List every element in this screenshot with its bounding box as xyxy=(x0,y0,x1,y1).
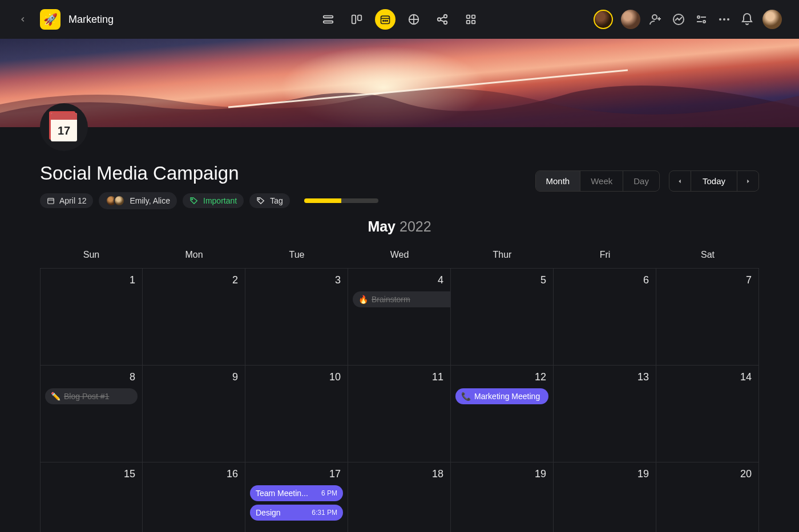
calendar-cell[interactable]: 10 xyxy=(245,366,348,462)
day-number: 17 xyxy=(329,468,341,480)
calendar-cell[interactable]: 9 xyxy=(143,366,245,462)
calendar-event[interactable]: Team Meetin...6 PM xyxy=(250,485,343,501)
day-number: 13 xyxy=(637,371,649,383)
calendar-cell[interactable]: 18 xyxy=(348,462,451,532)
tag-label: Tag xyxy=(270,196,283,205)
day-number: 4 xyxy=(438,274,443,286)
calendar-event[interactable]: Design6:31 PM xyxy=(250,505,343,521)
calendar-cell[interactable]: 1 xyxy=(40,269,143,366)
week-button[interactable]: Week xyxy=(580,171,623,191)
member-avatar-1[interactable] xyxy=(594,10,613,29)
day-number: 18 xyxy=(432,468,443,480)
day-number: 16 xyxy=(227,468,238,480)
list-view-icon[interactable] xyxy=(318,9,338,30)
add-member-icon[interactable] xyxy=(648,12,663,27)
people-label: Emily, Alice xyxy=(130,196,170,205)
svg-point-25 xyxy=(697,16,700,18)
event-title: Blog Post #1 xyxy=(64,392,109,401)
month-year: 2022 xyxy=(400,218,431,234)
share-view-icon[interactable] xyxy=(432,9,453,30)
heading-section: Social Media Campaign April 12 Emily, Al… xyxy=(0,127,799,209)
calendar-cell[interactable]: 3 xyxy=(245,269,348,366)
svg-marker-37 xyxy=(679,179,681,183)
calendar-cell[interactable]: 16 xyxy=(143,462,245,532)
workspace-icon[interactable]: 🚀 xyxy=(40,9,60,30)
page-icon-badge[interactable]: 17 xyxy=(40,103,88,151)
day-number: 3 xyxy=(335,274,341,286)
event-title: Brainstorm xyxy=(372,295,410,304)
calendar-cell[interactable]: 13 xyxy=(554,366,656,462)
topbar-right xyxy=(594,10,782,29)
prev-button[interactable] xyxy=(669,171,691,191)
event-title: Team Meetin... xyxy=(256,489,308,498)
svg-point-7 xyxy=(385,21,386,22)
weekday-label: Sat xyxy=(656,250,759,260)
date-chip[interactable]: April 12 xyxy=(40,193,93,208)
month-button[interactable]: Month xyxy=(536,171,581,191)
svg-point-29 xyxy=(719,18,721,21)
day-button[interactable]: Day xyxy=(623,171,659,191)
calendar-cell[interactable]: 17Team Meetin...6 PMDesign6:31 PM xyxy=(245,462,348,532)
calendar-icon: 17 xyxy=(51,113,77,141)
calendar-cell[interactable]: 6 xyxy=(554,269,656,366)
svg-rect-1 xyxy=(324,21,333,23)
back-button[interactable] xyxy=(17,14,29,25)
svg-point-12 xyxy=(438,18,441,21)
workspace-name[interactable]: Marketing xyxy=(68,14,114,26)
board-view-icon[interactable] xyxy=(346,9,367,30)
month-label: May 2022 xyxy=(0,218,799,235)
today-button[interactable]: Today xyxy=(691,171,737,191)
day-number: 8 xyxy=(130,371,135,383)
member-avatar-2[interactable] xyxy=(621,10,640,29)
calendar-cell[interactable]: 19 xyxy=(554,462,656,532)
bell-icon[interactable] xyxy=(740,12,754,27)
tag-icon xyxy=(189,196,199,205)
svg-rect-20 xyxy=(472,21,475,24)
top-bar: 🚀 Marketing xyxy=(0,0,799,39)
calendar-view-icon[interactable] xyxy=(375,9,396,30)
calendar-cell[interactable]: 4🔥Brainstorm xyxy=(348,269,451,366)
svg-rect-3 xyxy=(358,15,361,21)
month-name: May xyxy=(368,218,396,234)
calendar-cell[interactable]: 12📞Marketing Meeting xyxy=(451,366,554,462)
more-icon[interactable] xyxy=(717,12,732,27)
calendar-cell[interactable]: 11 xyxy=(348,366,451,462)
apps-view-icon[interactable] xyxy=(461,9,481,30)
day-number: 9 xyxy=(232,371,238,383)
calendar-event[interactable]: ✏️Blog Post #1 xyxy=(45,388,138,404)
calendar-cell[interactable]: 20 xyxy=(656,462,759,532)
svg-point-30 xyxy=(723,18,725,21)
calendar-cell[interactable]: 8✏️Blog Post #1 xyxy=(40,366,143,462)
settings-icon[interactable] xyxy=(694,12,709,27)
calendar-cell[interactable]: 5 xyxy=(451,269,554,366)
day-number: 15 xyxy=(124,468,135,480)
day-number: 6 xyxy=(643,274,649,286)
people-chip[interactable]: Emily, Alice xyxy=(99,192,177,209)
user-avatar[interactable] xyxy=(762,10,782,29)
day-number: 14 xyxy=(740,371,752,383)
calendar-event[interactable]: 🔥Brainstorm xyxy=(353,291,451,307)
page-title[interactable]: Social Media Campaign xyxy=(40,163,378,184)
weekday-label: Mon xyxy=(143,250,245,260)
table-view-icon[interactable] xyxy=(403,9,424,30)
svg-rect-0 xyxy=(324,16,333,18)
event-emoji: ✏️ xyxy=(51,392,60,401)
svg-point-8 xyxy=(387,21,388,22)
calendar-event[interactable]: 📞Marketing Meeting xyxy=(455,388,548,404)
svg-rect-33 xyxy=(48,198,54,204)
calendar: Sun Mon Tue Wed Thur Fri Sat 1234🔥Brains… xyxy=(0,235,799,532)
calendar-cell[interactable]: 14 xyxy=(656,366,759,462)
next-button[interactable] xyxy=(737,171,758,191)
calendar-cell[interactable]: 2 xyxy=(143,269,245,366)
calendar-cell[interactable]: 7 xyxy=(656,269,759,366)
calendar-cell[interactable]: 19 xyxy=(451,462,554,532)
calendar-cell[interactable]: 15 xyxy=(40,462,143,532)
svg-rect-19 xyxy=(467,21,470,24)
event-title: Marketing Meeting xyxy=(474,392,540,401)
tag-chip[interactable]: Tag xyxy=(249,193,290,208)
svg-rect-4 xyxy=(381,16,390,23)
activity-icon[interactable] xyxy=(671,12,686,27)
svg-point-36 xyxy=(259,198,260,200)
important-tag-chip[interactable]: Important xyxy=(183,193,244,208)
day-number: 5 xyxy=(540,274,546,286)
